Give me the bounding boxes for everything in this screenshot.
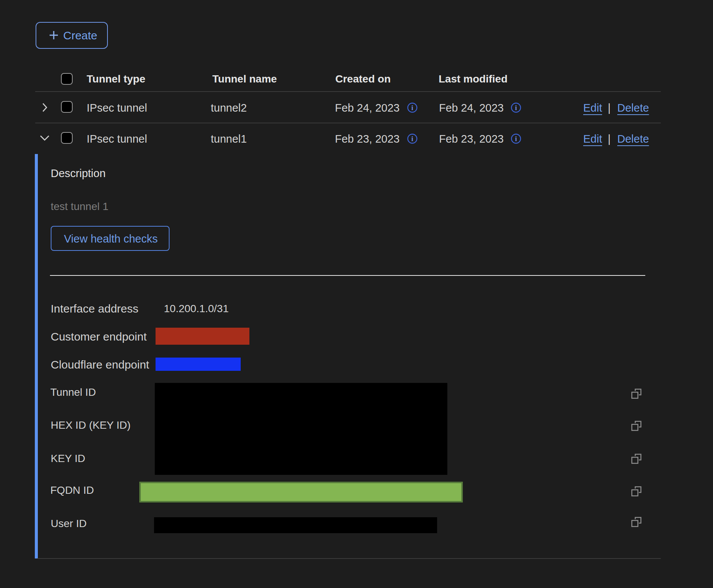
svg-text:i: i [411, 104, 413, 112]
svg-text:i: i [515, 104, 517, 112]
svg-text:i: i [411, 135, 413, 143]
svg-text:i: i [515, 135, 517, 143]
